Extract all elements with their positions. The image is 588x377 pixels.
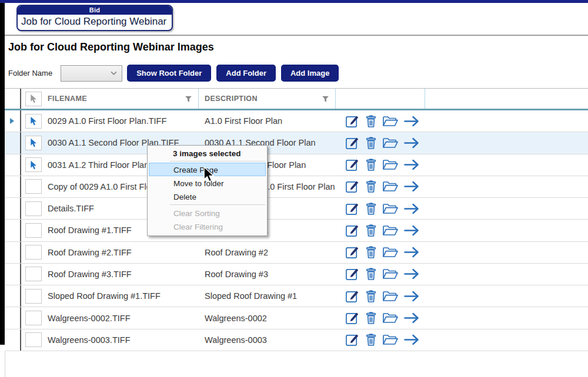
table-row[interactable]: Walgreens-0003.TIFF Walgreens-0003 (5, 329, 588, 351)
table-row[interactable]: Walgreens-0002.TIFF Walgreens-0002 (5, 307, 588, 329)
header-select-cell[interactable] (21, 89, 44, 109)
open-arrow-icon[interactable] (403, 311, 420, 325)
row-select-cell[interactable] (21, 154, 44, 176)
header-filler-cell (425, 89, 588, 109)
menu-item-delete[interactable]: Delete (149, 190, 266, 203)
row-select-cell[interactable] (21, 285, 44, 307)
filename-cell: Walgreens-0003.TIFF (44, 329, 199, 351)
folder-icon[interactable] (382, 333, 399, 346)
edit-icon[interactable] (345, 157, 360, 172)
row-select-cell[interactable] (21, 307, 44, 328)
edit-icon[interactable] (345, 136, 360, 150)
column-header-description[interactable]: DESCRIPTION (199, 89, 336, 109)
row-gutter-cell (5, 176, 21, 197)
trash-icon[interactable] (364, 223, 378, 238)
trash-icon[interactable] (364, 289, 378, 304)
folder-icon[interactable] (382, 202, 399, 216)
folder-icon[interactable] (382, 136, 399, 150)
trash-icon[interactable] (364, 201, 378, 216)
open-arrow-icon[interactable] (403, 333, 420, 346)
edit-icon[interactable] (345, 289, 360, 304)
trash-icon[interactable] (364, 179, 378, 194)
row-select-box[interactable] (25, 311, 42, 325)
row-select-cell[interactable] (21, 198, 44, 219)
job-tab[interactable]: Bid Job for Cloud Reporting Webinar (16, 5, 173, 31)
open-arrow-icon[interactable] (403, 136, 420, 150)
open-arrow-icon[interactable] (403, 267, 420, 281)
row-select-cell[interactable] (21, 132, 44, 153)
open-arrow-icon[interactable] (403, 158, 420, 171)
folder-icon[interactable] (382, 224, 399, 237)
row-filler-cell (425, 307, 588, 328)
table-row[interactable]: Sloped Roof Drawing #1.TIFF Sloped Roof … (5, 285, 588, 307)
edit-icon[interactable] (345, 332, 360, 347)
row-gutter-cell (5, 154, 21, 176)
add-folder-button[interactable]: Add Folder (216, 65, 276, 82)
row-select-cell[interactable] (21, 264, 44, 285)
table-row[interactable]: Copy of 0029 A1.0 First Floor Plan.TIFF … (5, 176, 588, 198)
table-row[interactable]: 0031 A1.2 Third Floor Plan.TIFF 0031 A1.… (5, 154, 588, 176)
edit-icon[interactable] (345, 245, 360, 260)
table-row[interactable]: 0029 A1.0 First Floor Plan.TIFF A1.0 Fir… (5, 110, 588, 132)
folder-icon[interactable] (382, 180, 399, 193)
open-arrow-icon[interactable] (403, 202, 420, 216)
row-select-box[interactable] (25, 223, 42, 238)
row-select-box[interactable] (25, 289, 42, 304)
table-row[interactable]: 0030 A1.1 Second Floor Plan.TIFF 0030 A1… (5, 132, 588, 154)
folder-name-select[interactable] (61, 65, 122, 82)
edit-icon[interactable] (345, 114, 360, 129)
row-select-cell[interactable] (21, 176, 44, 197)
row-select-cell[interactable] (21, 329, 44, 351)
row-select-box[interactable] (25, 157, 42, 172)
edit-icon[interactable] (345, 267, 360, 281)
trash-icon[interactable] (364, 332, 378, 347)
row-gutter-cell (5, 110, 21, 132)
open-arrow-icon[interactable] (403, 115, 420, 128)
row-select-cell[interactable] (21, 242, 44, 263)
trash-icon[interactable] (364, 136, 378, 150)
open-arrow-icon[interactable] (403, 245, 420, 259)
funnel-icon[interactable] (322, 95, 329, 103)
folder-icon[interactable] (382, 290, 399, 303)
row-select-box[interactable] (25, 245, 42, 260)
row-select-box[interactable] (25, 136, 42, 150)
folder-icon[interactable] (382, 115, 399, 128)
folder-icon[interactable] (382, 267, 399, 281)
folder-icon[interactable] (382, 311, 399, 325)
row-select-box[interactable] (25, 114, 42, 129)
trash-icon[interactable] (364, 157, 378, 172)
open-arrow-icon[interactable] (403, 290, 420, 303)
filename-cell: Roof Drawing #3.TIFF (44, 264, 199, 285)
select-all-box[interactable] (25, 92, 42, 106)
add-image-button[interactable]: Add Image (281, 65, 339, 82)
trash-icon[interactable] (364, 245, 378, 260)
table-row[interactable]: Roof Drawing #2.TIFF Roof Drawing #2 (5, 242, 588, 264)
row-select-box[interactable] (25, 267, 42, 281)
table-row[interactable]: Roof Drawing #1.TIFF Roof Drawing #1 (5, 220, 588, 241)
table-row[interactable]: Roof Drawing #3.TIFF Roof Drawing #3 (5, 264, 588, 285)
column-header-filename[interactable]: FILENAME (44, 89, 199, 109)
edit-icon[interactable] (345, 179, 360, 194)
row-filler-cell (425, 110, 588, 132)
row-select-cell[interactable] (21, 110, 44, 132)
folder-icon[interactable] (382, 245, 399, 259)
row-select-box[interactable] (25, 179, 42, 194)
open-arrow-icon[interactable] (403, 180, 420, 193)
show-root-folder-button[interactable]: Show Root Folder (127, 65, 211, 82)
folder-icon[interactable] (382, 158, 399, 171)
row-filler-cell (425, 176, 588, 197)
edit-icon[interactable] (345, 311, 360, 325)
row-select-box[interactable] (25, 201, 42, 216)
edit-icon[interactable] (345, 223, 360, 238)
edit-icon[interactable] (345, 201, 360, 216)
row-gutter-cell (5, 264, 21, 285)
trash-icon[interactable] (364, 311, 378, 325)
trash-icon[interactable] (364, 114, 378, 129)
table-row[interactable]: Details.TIFF Details (5, 198, 588, 220)
funnel-icon[interactable] (185, 95, 192, 103)
row-select-box[interactable] (25, 332, 42, 347)
folder-name-label: Folder Name (8, 69, 52, 78)
row-select-cell[interactable] (21, 220, 44, 241)
trash-icon[interactable] (364, 267, 378, 281)
open-arrow-icon[interactable] (403, 224, 420, 237)
